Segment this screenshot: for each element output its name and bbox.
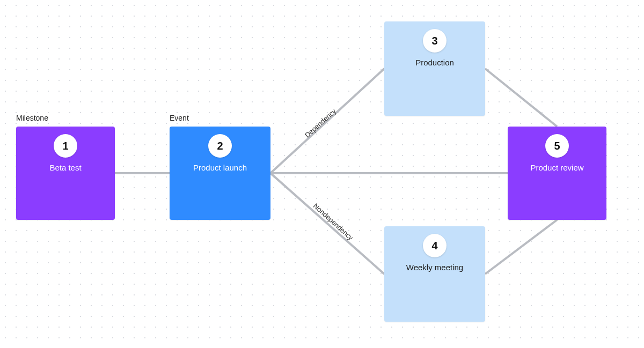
edge-4-5 — [485, 220, 557, 274]
edge-label-nondependency: Nondependency — [312, 202, 355, 242]
node-number-badge: 4 — [423, 234, 447, 257]
node-product-review[interactable]: 5 Product review — [508, 127, 606, 220]
node-product-launch[interactable]: 2 Product launch — [170, 127, 270, 220]
label-milestone: Milestone — [16, 114, 48, 122]
node-production[interactable]: 3 Production — [384, 21, 485, 116]
edge-2-4 — [270, 173, 384, 274]
node-weekly-meeting[interactable]: 4 Weekly meeting — [384, 226, 485, 322]
diagram-canvas[interactable]: Dependency Nondependency Milestone Event… — [0, 0, 644, 348]
edge-3-5 — [485, 69, 557, 127]
node-title: Production — [415, 58, 454, 67]
label-event: Event — [170, 114, 189, 122]
edge-label-dependency: Dependency — [303, 107, 338, 139]
edge-2-3 — [270, 69, 384, 173]
node-beta-test[interactable]: 1 Beta test — [16, 127, 115, 220]
node-number-badge: 3 — [423, 29, 447, 53]
node-title: Product launch — [193, 163, 247, 172]
node-number-badge: 5 — [545, 134, 569, 158]
node-number-badge: 2 — [208, 134, 232, 158]
node-title: Beta test — [49, 163, 81, 172]
node-number-badge: 1 — [54, 134, 77, 158]
node-title: Weekly meeting — [406, 263, 463, 272]
node-title: Product review — [530, 163, 583, 172]
